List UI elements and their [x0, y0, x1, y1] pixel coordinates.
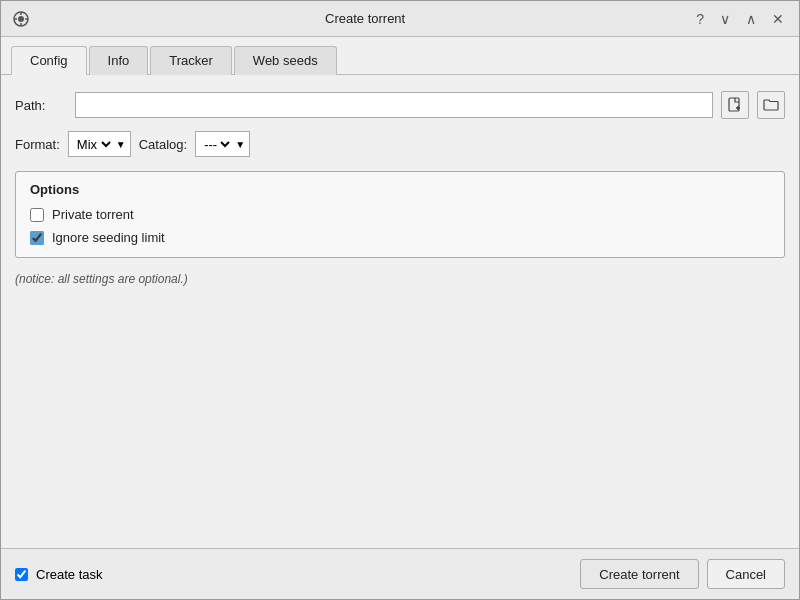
- format-row: Format: Mix V1 V2 ▼ Catalog: --- ▼: [15, 131, 785, 157]
- private-torrent-checkbox[interactable]: [30, 208, 44, 222]
- path-label: Path:: [15, 98, 67, 113]
- tab-content: Path: Format: Mix: [1, 75, 799, 548]
- close-button[interactable]: ✕: [767, 9, 789, 29]
- private-torrent-row: Private torrent: [30, 207, 770, 222]
- format-select[interactable]: Mix V1 V2: [73, 136, 114, 153]
- create-task-checkbox[interactable]: [15, 568, 28, 581]
- new-file-icon: [727, 97, 743, 113]
- footer: Create task Create torrent Cancel: [1, 548, 799, 599]
- ignore-seeding-row: Ignore seeding limit: [30, 230, 770, 245]
- minimize-button[interactable]: ∧: [741, 9, 761, 29]
- tab-bar: Config Info Tracker Web seeds: [1, 37, 799, 75]
- catalog-combo[interactable]: --- ▼: [195, 131, 250, 157]
- options-title: Options: [30, 182, 770, 197]
- window-controls: ? ∨ ∧ ✕: [691, 9, 789, 29]
- catalog-chevron-icon: ▼: [235, 139, 245, 150]
- ignore-seeding-checkbox[interactable]: [30, 231, 44, 245]
- create-torrent-button[interactable]: Create torrent: [580, 559, 698, 589]
- tab-config[interactable]: Config: [11, 46, 87, 75]
- window-title: Create torrent: [39, 11, 691, 26]
- cancel-button[interactable]: Cancel: [707, 559, 785, 589]
- folder-icon: [763, 97, 779, 113]
- options-group: Options Private torrent Ignore seeding l…: [15, 171, 785, 258]
- format-label: Format:: [15, 137, 60, 152]
- svg-point-1: [18, 16, 24, 22]
- create-task-label[interactable]: Create task: [36, 567, 102, 582]
- format-combo[interactable]: Mix V1 V2 ▼: [68, 131, 131, 157]
- tab-web-seeds[interactable]: Web seeds: [234, 46, 337, 75]
- help-button[interactable]: ?: [691, 9, 709, 29]
- path-row: Path:: [15, 91, 785, 119]
- catalog-select[interactable]: ---: [200, 136, 233, 153]
- footer-left: Create task: [15, 567, 570, 582]
- minimize-restore-button[interactable]: ∨: [715, 9, 735, 29]
- tab-info[interactable]: Info: [89, 46, 149, 75]
- app-icon: [11, 9, 31, 29]
- folder-button[interactable]: [757, 91, 785, 119]
- private-torrent-label[interactable]: Private torrent: [52, 207, 134, 222]
- footer-right: Create torrent Cancel: [580, 559, 785, 589]
- notice-text: (notice: all settings are optional.): [15, 272, 785, 286]
- main-window: Create torrent ? ∨ ∧ ✕ Config Info Track…: [0, 0, 800, 600]
- title-bar: Create torrent ? ∨ ∧ ✕: [1, 1, 799, 37]
- format-chevron-icon: ▼: [116, 139, 126, 150]
- tab-tracker[interactable]: Tracker: [150, 46, 232, 75]
- new-file-button[interactable]: [721, 91, 749, 119]
- path-input[interactable]: [75, 92, 713, 118]
- catalog-label: Catalog:: [139, 137, 187, 152]
- ignore-seeding-label[interactable]: Ignore seeding limit: [52, 230, 165, 245]
